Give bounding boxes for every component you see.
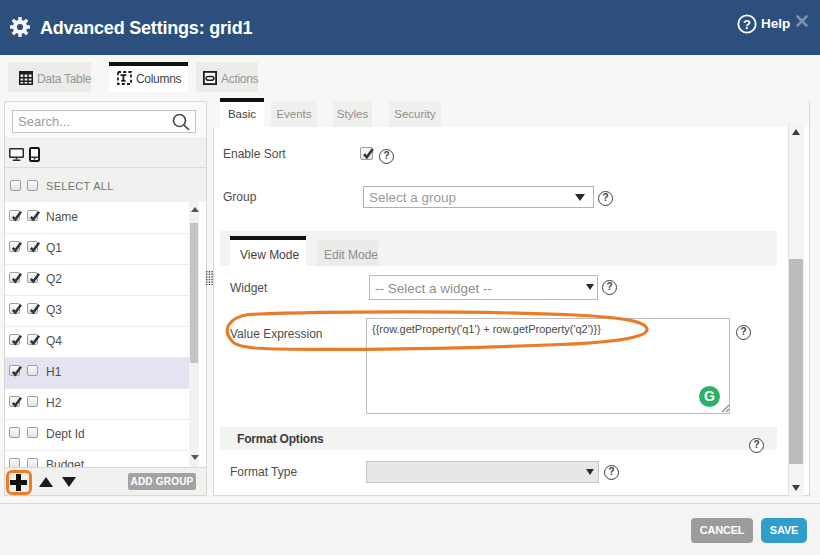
svg-text:?: ? xyxy=(743,17,751,32)
